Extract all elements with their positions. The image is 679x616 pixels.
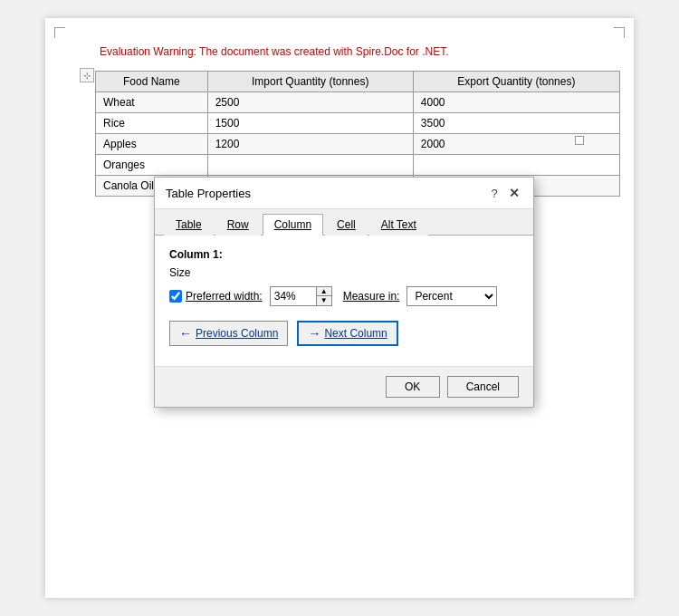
dialog-titlebar: Table Properties ? ✕	[155, 178, 533, 209]
previous-column-button[interactable]: ← Previous Column	[169, 321, 288, 346]
preferred-width-row: Preferred width: ▲ ▼ Measure in: Percent…	[169, 286, 519, 306]
tab-table-label: Table	[176, 218, 202, 231]
dialog-footer: OK Cancel	[155, 366, 533, 407]
measure-in-select[interactable]: Percent Inches Points	[406, 286, 497, 306]
dialog-controls: ? ✕	[486, 185, 522, 201]
close-button[interactable]: ✕	[506, 185, 522, 201]
preferred-width-checkbox[interactable]	[169, 290, 182, 303]
navigation-buttons: ← Previous Column → Next Column	[169, 321, 519, 353]
column-section-label: Column 1:	[169, 248, 519, 261]
measure-in-label: Measure in:	[343, 290, 400, 303]
help-button[interactable]: ?	[486, 185, 502, 201]
tab-row-label: Row	[227, 218, 249, 231]
next-column-label: Next Column	[324, 327, 387, 340]
tab-column[interactable]: Column	[263, 214, 323, 236]
spinner-up-button[interactable]: ▲	[317, 287, 331, 296]
size-subsection-label: Size	[169, 266, 519, 279]
dialog-overlay: Table Properties ? ✕ Table Row Column Ce…	[0, 0, 679, 616]
ok-button[interactable]: OK	[386, 376, 440, 398]
preferred-width-label: Preferred width:	[186, 290, 263, 303]
tab-alt-text[interactable]: Alt Text	[369, 214, 428, 236]
previous-column-label: Previous Column	[196, 327, 278, 340]
tab-row[interactable]: Row	[215, 214, 261, 236]
tab-table[interactable]: Table	[164, 214, 214, 236]
spinner-down-button[interactable]: ▼	[317, 296, 331, 305]
dialog-title: Table Properties	[166, 187, 251, 200]
width-input-container: ▲ ▼	[270, 286, 332, 306]
dialog-content: Column 1: Size Preferred width: ▲ ▼ Meas…	[155, 236, 533, 366]
next-column-button[interactable]: → Next Column	[297, 321, 397, 346]
table-properties-dialog: Table Properties ? ✕ Table Row Column Ce…	[154, 177, 534, 408]
previous-arrow-icon: ←	[179, 326, 192, 341]
tab-cell[interactable]: Cell	[325, 214, 368, 236]
preferred-width-checkbox-container: Preferred width:	[169, 290, 263, 303]
tab-alt-text-label: Alt Text	[381, 218, 416, 231]
dialog-tabs: Table Row Column Cell Alt Text	[155, 209, 533, 236]
tab-column-label: Column	[274, 218, 311, 231]
cancel-button[interactable]: Cancel	[447, 376, 519, 398]
next-arrow-icon: →	[308, 326, 320, 341]
spinner-buttons: ▲ ▼	[316, 287, 331, 305]
tab-cell-label: Cell	[337, 218, 356, 231]
width-input[interactable]	[271, 288, 316, 304]
